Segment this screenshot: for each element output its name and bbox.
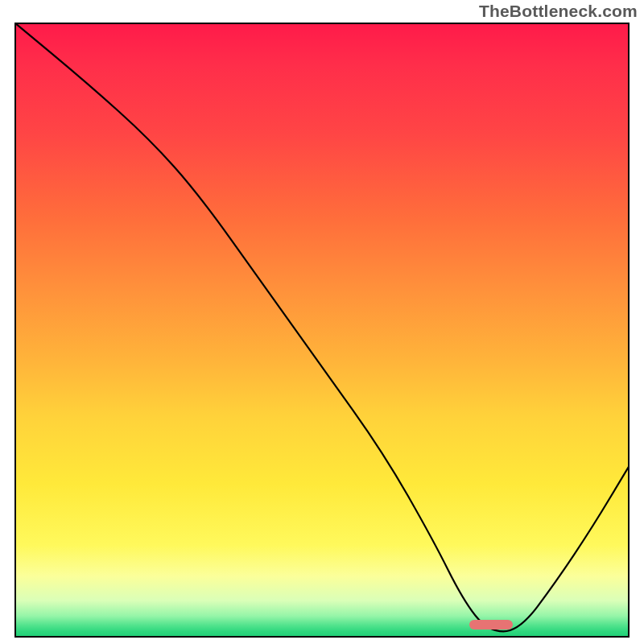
plot-area <box>14 23 630 638</box>
optimal-marker <box>469 620 512 630</box>
watermark-text: TheBottleneck.com <box>479 2 638 21</box>
chart-container: TheBottleneck.com <box>0 0 644 644</box>
bottleneck-curve <box>14 23 630 638</box>
